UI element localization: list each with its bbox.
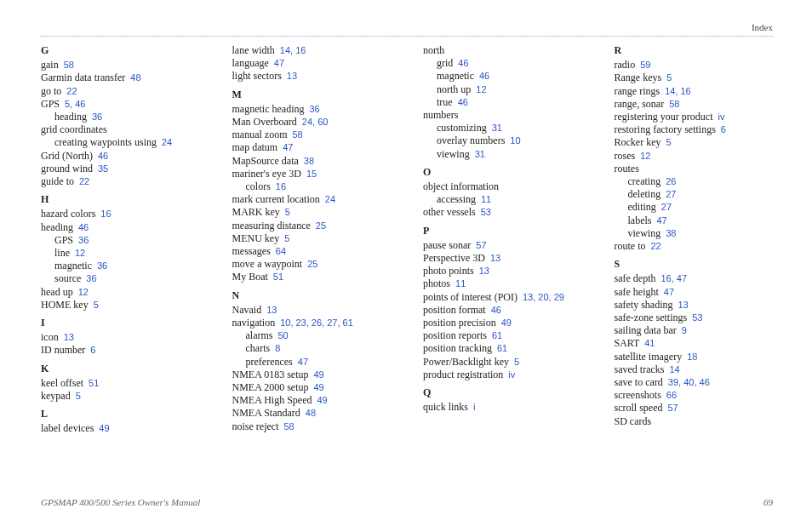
index-entry-pages[interactable]: 12 [640, 151, 650, 161]
index-entry-pages[interactable]: 51 [273, 272, 283, 282]
index-entry-pages[interactable]: i [473, 402, 475, 412]
index-entry-pages[interactable]: 36 [92, 111, 102, 122]
index-entry-pages[interactable]: 58 [64, 60, 74, 70]
index-entry-pages[interactable]: 49 [99, 423, 109, 433]
index-entry-pages[interactable]: 22 [651, 241, 661, 251]
index-entry-pages[interactable]: 13 [287, 71, 297, 81]
index-entry-pages[interactable]: 49 [501, 317, 512, 328]
index-letter-text: R [615, 44, 622, 56]
index-entry-pages[interactable]: 5 [94, 300, 99, 310]
index-entry-pages[interactable]: 22 [66, 86, 77, 96]
index-entry-pages[interactable]: 36 [309, 104, 319, 114]
index-entry-pages[interactable]: 6 [721, 124, 726, 134]
index-entry-pages[interactable]: 31 [492, 123, 502, 133]
index-entry-pages[interactable]: 36 [97, 260, 107, 271]
index-entry-pages[interactable]: 24, 60 [302, 117, 329, 127]
index-entry-pages[interactable]: 16 [276, 181, 286, 192]
index-entry-pages[interactable]: 13 [678, 300, 688, 310]
index-entry-pages[interactable]: 46 [479, 71, 489, 81]
index-entry-pages[interactable]: 13 [266, 305, 277, 315]
index-entry-pages[interactable]: 47 [274, 58, 284, 68]
index-entry-pages[interactable]: 57 [667, 403, 678, 413]
index-entry-pages[interactable]: 64 [276, 246, 286, 256]
index-entry-pages[interactable]: 39, 40, 46 [668, 377, 710, 387]
index-entry: line 12 [41, 247, 200, 260]
index-entry-pages[interactable]: 5 [284, 233, 289, 243]
index-entry-pages[interactable]: 25 [316, 220, 326, 231]
index-entry-pages[interactable]: 50 [278, 330, 289, 340]
index-entry-pages[interactable]: 11 [481, 194, 491, 204]
index-entry-pages[interactable]: 47 [298, 357, 308, 367]
index-entry-pages[interactable]: 66 [666, 390, 677, 400]
index-entry-pages[interactable]: 5 [666, 72, 672, 83]
index-entry-pages[interactable]: 14 [669, 364, 679, 374]
index-entry-pages[interactable]: 5 [666, 137, 671, 147]
index-entry-pages[interactable]: 58 [292, 129, 302, 140]
index-entry-pages[interactable]: 41 [644, 338, 655, 348]
index-entry-pages[interactable]: 35 [98, 163, 108, 174]
index-entry-pages[interactable]: 13 [64, 332, 74, 342]
index-entry-pages[interactable]: 51 [89, 378, 99, 388]
index-entry-pages[interactable]: 38 [666, 228, 676, 238]
index-entry-pages[interactable]: 53 [481, 207, 491, 217]
index-entry-pages[interactable]: 58 [669, 99, 679, 109]
index-entry-pages[interactable]: 47 [657, 215, 667, 226]
index-entry-pages[interactable]: 5 [76, 391, 81, 401]
index-entry-pages[interactable]: 6 [90, 345, 95, 355]
index-entry-pages[interactable]: 47 [664, 287, 674, 297]
index-entry-pages[interactable]: 58 [283, 421, 294, 432]
index-entry-pages[interactable]: 14, 16 [280, 45, 306, 55]
index-entry-pages[interactable]: 31 [475, 149, 485, 159]
index-entry-term: light sectors [232, 70, 282, 82]
index-letter-text: Q [423, 386, 431, 398]
index-entry-pages[interactable]: 15 [306, 169, 317, 179]
index-entry-pages[interactable]: 26 [666, 176, 676, 186]
index-entry-pages[interactable]: 49 [314, 382, 324, 392]
index-entry-pages[interactable]: 16, 47 [660, 273, 687, 283]
index-entry-pages[interactable]: 13 [490, 253, 500, 263]
index-entry-pages[interactable]: 27 [661, 202, 672, 212]
index-entry-pages[interactable]: 18 [687, 352, 697, 362]
index-entry-pages[interactable]: 5, 46 [65, 99, 85, 109]
index-entry-pages[interactable]: iv [718, 111, 724, 122]
index-entry-pages[interactable]: 59 [640, 60, 650, 70]
index-entry-pages[interactable]: 11 [455, 278, 466, 289]
index-entry-pages[interactable]: 12 [75, 248, 85, 258]
index-entry-pages[interactable]: 13 [479, 266, 489, 276]
index-entry-pages[interactable]: 57 [476, 240, 486, 250]
index-entry-pages[interactable]: 10, 23, 26, 27, 61 [280, 317, 353, 328]
index-entry-pages[interactable]: 8 [275, 343, 280, 353]
index-entry-pages[interactable]: 46 [491, 305, 501, 315]
index-entry-pages[interactable]: 13, 20, 29 [523, 292, 564, 302]
index-entry-pages[interactable]: 48 [130, 72, 140, 83]
index-entry-pages[interactable]: 27 [666, 189, 676, 199]
index-entry-pages[interactable]: 5 [514, 357, 519, 367]
index-entry-pages[interactable]: 47 [283, 142, 293, 152]
index-entry-pages[interactable]: 12 [78, 287, 89, 297]
index-entry-pages[interactable]: 14, 16 [665, 86, 691, 96]
index-entry-pages[interactable]: 49 [314, 369, 324, 380]
index-entry-pages[interactable]: 46 [78, 222, 89, 232]
index-entry-pages[interactable]: 22 [79, 176, 89, 186]
index-entry-pages[interactable]: 61 [492, 330, 502, 340]
index-entry-pages[interactable]: 5 [285, 207, 290, 217]
index-entry-pages[interactable]: 49 [317, 395, 328, 405]
index-entry-pages[interactable]: 46 [98, 151, 108, 161]
index-entry-pages[interactable]: 24 [162, 137, 172, 147]
index-entry-pages[interactable]: 25 [307, 259, 317, 269]
index-entry-pages[interactable]: 12 [476, 84, 486, 94]
index-entry-pages[interactable]: 10 [510, 135, 520, 146]
index-entry-pages[interactable]: 46 [458, 97, 468, 107]
index-entry-pages[interactable]: 24 [325, 194, 335, 204]
index-entry-pages[interactable]: 16 [100, 209, 111, 219]
index-entry-pages[interactable]: 61 [497, 343, 507, 353]
index-entry-pages[interactable]: 36 [78, 235, 89, 245]
index-entry-pages[interactable]: 48 [306, 408, 316, 418]
index-entry-pages[interactable]: 46 [458, 58, 468, 68]
index-entry-pages[interactable]: 9 [682, 325, 687, 335]
index-entry: quick links i [423, 401, 582, 414]
index-entry-pages[interactable]: 53 [692, 312, 702, 323]
index-entry-pages[interactable]: 38 [304, 156, 314, 166]
index-entry-pages[interactable]: iv [508, 369, 515, 380]
index-entry-pages[interactable]: 36 [86, 273, 96, 283]
